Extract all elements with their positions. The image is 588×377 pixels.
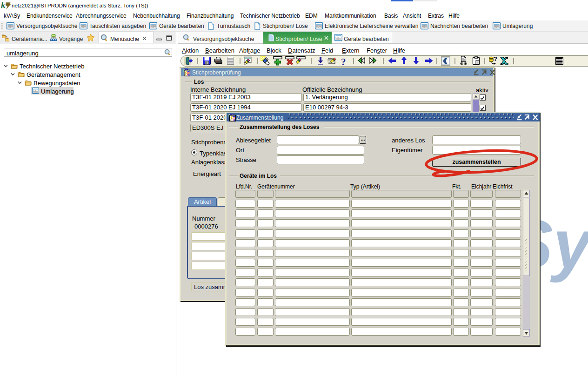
svg-text:?: ?: [494, 56, 497, 62]
svg-text:k: k: [1, 0, 6, 10]
